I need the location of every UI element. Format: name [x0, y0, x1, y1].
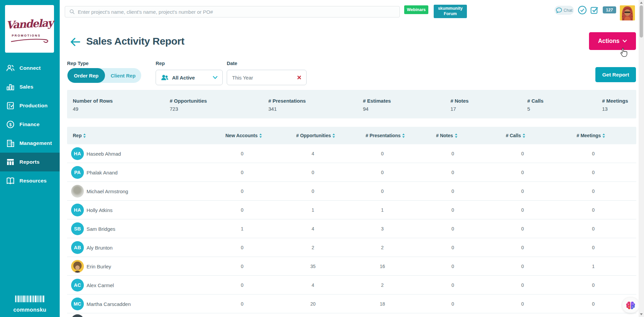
sidebar-item-label: Finance: [19, 121, 40, 127]
metric-cell: 0: [429, 219, 476, 238]
notification-count-badge[interactable]: 127: [603, 6, 616, 13]
metric-cell: 0: [359, 144, 406, 163]
sidebar-item-finance[interactable]: $Finance: [0, 115, 60, 134]
brand-name: Vandelay: [5, 16, 54, 31]
rep-select[interactable]: All Active: [156, 70, 223, 85]
summary-item: Number of Rows49: [73, 98, 113, 112]
clear-date-icon[interactable]: [297, 75, 301, 80]
search-icon: [69, 9, 75, 14]
sort-icon: [259, 134, 262, 138]
metric-cell: 0: [429, 295, 476, 313]
column-header-presentations[interactable]: # Presentations: [366, 127, 405, 144]
metric-cell: 0: [429, 201, 476, 219]
chat-label: Chat: [564, 8, 572, 13]
actions-button[interactable]: Actions: [589, 32, 636, 50]
summary-item: # Notes17: [450, 98, 469, 112]
metric-cell: 0: [499, 238, 546, 257]
rep-type-label: Rep Type: [67, 61, 89, 66]
sidebar-item-management[interactable]: Management: [0, 134, 60, 153]
table-row[interactable]: HAHolly Atkins011000: [67, 201, 636, 219]
column-label: New Accounts: [225, 133, 258, 138]
date-filter-input[interactable]: This Year: [227, 70, 307, 85]
column-header-notes[interactable]: # Notes: [436, 127, 458, 144]
summary-value: 5: [527, 106, 543, 112]
rep-name: Alex Carmel: [87, 276, 114, 295]
metric-cell: 0: [570, 144, 617, 163]
metric-cell: 1: [359, 201, 406, 219]
column-header-calls[interactable]: # Calls: [506, 127, 525, 144]
metric-cell: 0: [429, 257, 476, 276]
people-icon: [6, 64, 15, 72]
tasks-icon[interactable]: [590, 6, 599, 14]
summary-value: 17: [450, 106, 469, 112]
dollar-icon: $: [6, 120, 15, 129]
table-row[interactable]: Michael Armstrong000000: [67, 182, 636, 201]
summary-item: # Estimates94: [363, 98, 391, 112]
chat-button[interactable]: Chat: [554, 6, 574, 15]
sidebar-item-label: Reports: [19, 159, 40, 165]
commonsku-logo: commonsku: [0, 296, 60, 313]
webinars-button[interactable]: Webinars: [404, 5, 428, 14]
sidebar-item-connect[interactable]: Connect: [0, 59, 60, 77]
table-row[interactable]: SBSam Bridges143000: [67, 219, 636, 238]
summary-label: # Opportunities: [170, 98, 207, 104]
sidebar-item-production[interactable]: Production: [0, 96, 60, 115]
global-search-input[interactable]: Enter project's name, client's name, pro…: [65, 6, 400, 17]
reminders-icon[interactable]: [578, 6, 587, 14]
date-label: Date: [227, 61, 237, 66]
company-logo[interactable]: Vandelay PROMOTIONS: [5, 5, 54, 53]
client-rep-tab[interactable]: Client Rep: [105, 68, 141, 83]
table-row[interactable]: PAPhalak Anand000000: [67, 163, 636, 182]
metric-cell: 0: [570, 163, 617, 182]
summary-label: Number of Rows: [73, 98, 113, 104]
sidebar-item-reports[interactable]: Reports: [0, 153, 60, 171]
column-header-meetings[interactable]: # Meetings: [577, 127, 605, 144]
date-filter-value: This Year: [232, 75, 297, 81]
metric-cell: 0: [499, 163, 546, 182]
rep-type-toggle: Order Rep Client Rep: [67, 68, 141, 83]
get-report-button[interactable]: Get Report: [595, 67, 636, 82]
sidebar-item-label: Management: [19, 140, 52, 146]
order-rep-tab[interactable]: Order Rep: [67, 68, 105, 83]
user-avatar[interactable]: [620, 5, 635, 20]
search-placeholder: Enter project's name, client's name, pro…: [78, 9, 213, 15]
table-row[interactable]: ABAly Brunton022000: [67, 238, 636, 257]
skummunity-forum-button[interactable]: skummunityForum: [434, 5, 467, 18]
column-header-rep[interactable]: Rep: [73, 127, 86, 144]
sidebar-item-label: Production: [19, 103, 48, 109]
metric-cell: 1: [570, 257, 617, 276]
sidebar-nav: ConnectSalesProduction$FinanceManagement…: [0, 59, 60, 190]
metric-cell: 0: [499, 276, 546, 295]
rep-avatar: PA: [71, 166, 84, 179]
metric-cell: 3: [359, 219, 406, 238]
column-header-opportunities[interactable]: # Opportunities: [296, 127, 335, 144]
table-row[interactable]: ACAlex Carmel042000: [67, 276, 636, 295]
table-row[interactable]: HAHaseeb Ahmad040000: [67, 144, 636, 163]
rep-select-value: All Active: [172, 75, 213, 81]
metric-cell: 0: [219, 295, 266, 313]
sidebar-item-resources[interactable]: Resources: [0, 171, 60, 190]
assistant-widget[interactable]: [622, 298, 639, 313]
scroll-down-arrow[interactable]: [640, 313, 643, 315]
rep-avatar-photo: [71, 260, 84, 273]
metric-cell: 0: [429, 163, 476, 182]
sort-icon: [332, 134, 335, 138]
rep-name: Holly Atkins: [87, 201, 113, 219]
sort-icon: [402, 134, 405, 138]
scroll-up-arrow[interactable]: [640, 2, 643, 4]
column-label: # Notes: [436, 133, 453, 138]
metric-cell: 0: [570, 201, 617, 219]
sidebar-item-sales[interactable]: Sales: [0, 77, 60, 96]
back-arrow-button[interactable]: [70, 37, 80, 47]
page-scrollbar: [639, 0, 644, 317]
column-header-newaccounts[interactable]: New Accounts: [225, 127, 262, 144]
summary-item: # Opportunities723: [170, 98, 207, 112]
summary-value: 49: [73, 106, 113, 112]
column-label: # Presentations: [366, 133, 400, 138]
table-row[interactable]: MCMartha Carscadden02018000: [67, 295, 636, 313]
metric-cell: 0: [429, 238, 476, 257]
metric-cell: 0: [499, 219, 546, 238]
scrollbar-thumb[interactable]: [640, 5, 643, 38]
metric-cell: 0: [219, 238, 266, 257]
table-row[interactable]: Erin Burley03516001: [67, 257, 636, 276]
